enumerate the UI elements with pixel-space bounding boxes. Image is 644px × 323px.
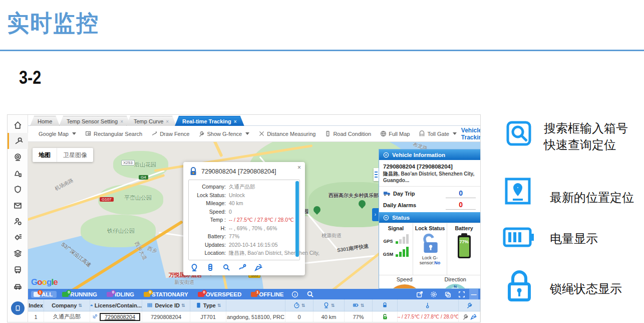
copy-icon[interactable] [444,291,451,298]
tab-close-icon[interactable]: × [234,119,237,124]
close-icon[interactable]: × [297,164,301,171]
track-playback-icon[interactable] [238,263,246,271]
col-device-id[interactable]: Device ID⇅ [142,299,190,311]
cell-company: 久通产品部 [44,311,90,322]
navigate-icon[interactable] [470,313,477,320]
col-tools[interactable] [459,299,480,311]
export-icon[interactable] [416,291,423,298]
search-icon[interactable] [306,290,314,298]
gauges-row: Speed Direction N [379,275,481,289]
map-type-map-button[interactable]: 地图 [33,148,57,162]
filter-offline[interactable]: 1 OFFLINE [248,291,287,298]
col-battery[interactable]: ⇅ [345,299,373,311]
locate-icon[interactable] [190,263,198,271]
filter-idling[interactable]: 0 IDLING [104,291,138,298]
search-icon[interactable] [222,263,230,271]
filter-running[interactable]: 0 RUNNING [60,291,101,298]
map-type-satellite-button[interactable]: 卫星图像 [57,148,93,162]
map-canvas[interactable]: X253 后山花园 G4 机场南路 平峦山公园 G107 铁仔山公园 S3广深沿… [28,142,481,289]
navigate-icon[interactable] [254,263,262,271]
minimize-icon[interactable]: — [469,289,478,299]
show-gfence-button[interactable]: Show G-fence [194,130,254,137]
draw-fence-button[interactable]: Draw Fence [147,130,194,137]
expand-icon[interactable] [458,291,465,298]
full-map-button[interactable]: Full Map [376,130,414,137]
map-label: 铁仔山公园 [107,227,135,235]
cell-lock [373,311,398,322]
distance-measuring-button[interactable]: Distance Measuring [254,130,320,137]
sidebar-item-security[interactable] [8,181,28,197]
panel-collapse-chevron[interactable]: › [372,208,379,221]
map-source-select[interactable]: Google Map [34,131,81,137]
sidebar-item-alarms[interactable] [8,165,28,181]
col-lock[interactable] [373,299,398,311]
annotation-battery: 电量显示 [550,231,598,247]
status-grid: Signal GPS GSM Lock Status Lo [379,223,481,275]
title-divider [0,50,644,51]
bus-icon [14,265,22,274]
map-label: 桃源街道 [321,232,342,239]
green-lock-icon[interactable] [382,313,388,320]
cell-device-id: 7290808204 [142,311,190,322]
unlock-icon [420,233,441,254]
shield-icon [14,185,22,194]
col-license[interactable]: License/Contain... [90,299,142,311]
tab-bar: Home Temp Sensor Setting× Temp Curve× Re… [28,115,481,126]
popup-scrollbar[interactable] [295,181,299,257]
info-icon[interactable] [291,291,298,298]
sidebar-item-monitor[interactable] [8,149,28,165]
col-type[interactable]: Type⇅ [190,299,226,311]
tab-close-icon[interactable]: × [120,119,123,124]
tab-realtime-tracking[interactable]: Real-time Tracking× [175,116,244,126]
lock-icon [382,302,388,308]
rectangular-search-button[interactable]: Rectangular Search [81,130,147,137]
legend-handle[interactable] [374,168,379,181]
sidebar-item-tracking[interactable] [8,133,28,149]
running-filter-icon: 0 [62,292,69,297]
chevron-down-icon [453,132,457,135]
road-condition-button[interactable]: Road Condition [320,130,376,137]
signal-link-icon[interactable] [92,313,98,320]
filter-stationary[interactable]: 0 STATIONARY [141,291,192,298]
cell-tools [459,311,480,322]
sidebar-item-home[interactable] [8,117,28,133]
sidebar-item-messages[interactable] [8,197,28,213]
tab-close-icon[interactable]: × [166,119,169,124]
street-view-icon[interactable] [206,263,214,271]
col-company[interactable]: Company⇅ [44,299,90,311]
tab-temp-curve[interactable]: Temp Curve× [126,116,176,126]
wrench-icon[interactable] [462,313,469,320]
cell-battery: 77% [345,311,373,322]
sidebar-item-device-app[interactable] [11,301,25,315]
col-mileage[interactable]: ⇅ [313,299,345,311]
col-index[interactable]: Index [28,299,44,311]
daily-alarms-row: Daily Alarms 0 [379,198,481,210]
tab-temp-sensor-setting[interactable]: Temp Sensor Setting× [59,116,131,126]
globe-icon [380,130,387,137]
truck-icon [383,191,391,197]
sidebar-item-car[interactable] [8,277,28,293]
sidebar-item-bus[interactable] [8,261,28,277]
collapse-circle-icon[interactable] [383,215,389,221]
col-location[interactable] [226,299,285,311]
toll-gate-button[interactable]: Toll Gate [414,130,461,137]
sidebar-item-layers[interactable] [8,245,28,261]
gear-icon[interactable] [430,291,437,298]
filter-all[interactable]: 1 ALL [31,291,57,298]
map-label: 西丽高尔夫乡村俱乐部 [329,192,379,199]
map-highway [203,142,223,157]
collapse-circle-icon[interactable] [383,152,389,158]
col-temp[interactable] [398,299,459,311]
sidebar-item-settings[interactable] [8,229,28,245]
sort-icon: ⇅ [78,303,82,308]
sidebar-item-users[interactable] [8,213,28,229]
cell-mileage: 40 km [313,311,345,322]
sort-icon: ⇅ [331,303,335,308]
vehicle-table-row[interactable]: 1 久通产品部 7290808204 7290808204 JT701 angd… [28,311,481,322]
chevron-down-icon [72,132,76,135]
filter-overspeed[interactable]: 0 OVERSPEED [195,291,246,298]
col-speed[interactable]: ⇅ [285,299,313,311]
license-link[interactable]: 7290808204 [100,313,140,321]
toll-gate-icon [419,130,425,137]
tab-home[interactable]: Home [30,116,60,126]
